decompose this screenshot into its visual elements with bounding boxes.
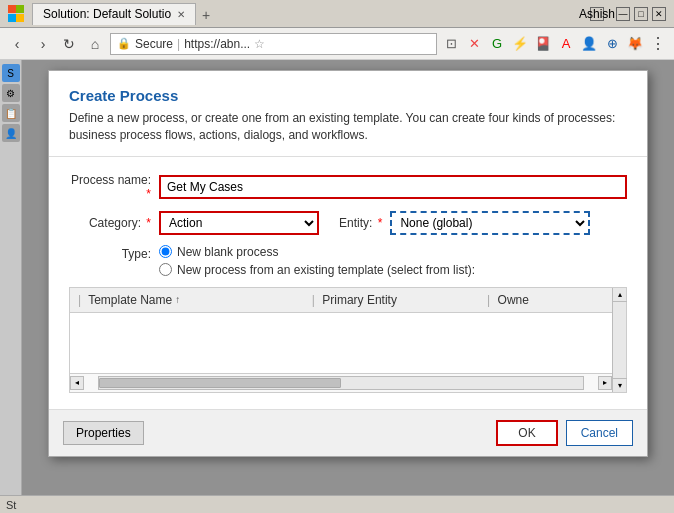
toolbar-icon-9[interactable]: 🦊 <box>625 34 645 54</box>
tab-close-btn[interactable]: ✕ <box>177 9 185 20</box>
type-label: Type: <box>69 245 159 261</box>
radio-from-template[interactable]: New process from an existing template (s… <box>159 263 475 277</box>
col-header-template: | Template Name ↑ <box>78 293 312 307</box>
sidebar-icon-4[interactable]: 👤 <box>2 124 20 142</box>
status-bar: St <box>0 495 674 513</box>
tab-label: Solution: Default Solutio <box>43 7 171 21</box>
sidebar-icon-1[interactable]: S <box>2 64 20 82</box>
cancel-button[interactable]: Cancel <box>566 420 633 446</box>
primary-col-divider: | <box>312 293 315 307</box>
category-select[interactable]: Action <box>159 211 319 235</box>
required-star-1: * <box>146 187 151 201</box>
status-text: St <box>6 499 16 511</box>
scroll-right-button[interactable]: ▸ <box>598 376 612 390</box>
browser-tab[interactable]: Solution: Default Solutio ✕ <box>32 3 196 25</box>
secure-label: Secure <box>135 37 173 51</box>
title-bar: Solution: Default Solutio ✕ + Ashish — □… <box>0 0 674 28</box>
toolbar-icon-3[interactable]: G <box>487 34 507 54</box>
owner-col-divider: | <box>487 293 490 307</box>
required-star-3: * <box>378 216 383 230</box>
dialog-action-buttons: OK Cancel <box>496 420 633 446</box>
new-tab-button[interactable]: + <box>196 5 216 25</box>
col-header-owner: | Owne <box>487 293 604 307</box>
h-scrollbar[interactable] <box>98 376 584 390</box>
sort-icon[interactable]: ↑ <box>175 294 180 305</box>
ms-logo <box>8 5 26 23</box>
sidebar-icon-3[interactable]: 📋 <box>2 104 20 122</box>
required-star-2: * <box>146 216 151 230</box>
address-bar: 🔒 Secure | https://abn... ☆ <box>110 33 437 55</box>
address-divider: | <box>177 37 180 51</box>
dialog-title: Create Process <box>69 87 627 104</box>
browser-menu-button[interactable]: ⋮ <box>648 34 668 53</box>
tab-area: Solution: Default Solutio ✕ + <box>32 3 216 25</box>
dialog-header: Create Process Define a new process, or … <box>49 71 647 157</box>
user-label: Ashish <box>590 7 604 21</box>
minimize-button[interactable]: — <box>616 7 630 21</box>
category-label: Category: * <box>69 216 159 230</box>
toolbar-icons: ⊡ ✕ G ⚡ 🎴 A 👤 ⊕ 🦊 ⋮ <box>441 34 668 54</box>
toolbar-icon-7[interactable]: 👤 <box>579 34 599 54</box>
col-header-primary: | Primary Entity <box>312 293 487 307</box>
title-bar-left: Solution: Default Solutio ✕ + <box>8 3 216 25</box>
lock-icon: 🔒 <box>117 37 131 50</box>
toolbar-icon-2[interactable]: ✕ <box>464 34 484 54</box>
category-entity-row: Category: * Action Entity: * None (globa… <box>69 211 627 235</box>
properties-button[interactable]: Properties <box>63 421 144 445</box>
table-header: | Template Name ↑ | Primary Entity | <box>70 288 612 313</box>
table-scroll-wrapper: | Template Name ↑ | Primary Entity | <box>70 288 626 392</box>
entity-select[interactable]: None (global) <box>390 211 590 235</box>
browser-toolbar: ‹ › ↻ ⌂ 🔒 Secure | https://abn... ☆ ⊡ ✕ … <box>0 28 674 60</box>
window-controls: Ashish — □ ✕ <box>590 7 666 21</box>
toolbar-icon-1[interactable]: ⊡ <box>441 34 461 54</box>
radio-new-blank-input[interactable] <box>159 245 172 258</box>
process-name-input[interactable] <box>159 175 627 199</box>
address-text[interactable]: https://abn... <box>184 37 250 51</box>
radio-from-template-label: New process from an existing template (s… <box>177 263 475 277</box>
left-sidebar: S ⚙ 📋 👤 <box>0 60 22 513</box>
process-name-row: Process name: * <box>69 173 627 201</box>
template-table: | Template Name ↑ | Primary Entity | <box>69 287 627 393</box>
scroll-down-button[interactable]: ▾ <box>613 378 627 392</box>
dialog-footer: Properties OK Cancel <box>49 409 647 456</box>
table-body <box>70 313 612 373</box>
type-row: Type: New blank process New process from… <box>69 245 627 277</box>
process-name-label: Process name: * <box>69 173 159 201</box>
back-button[interactable]: ‹ <box>6 33 28 55</box>
close-button[interactable]: ✕ <box>652 7 666 21</box>
v-scrollbar: ▴ ▾ <box>612 288 626 392</box>
table-scroll-inner: | Template Name ↑ | Primary Entity | <box>70 288 612 392</box>
sidebar-icon-2[interactable]: ⚙ <box>2 84 20 102</box>
h-scrollbar-container: ◂ ▸ <box>70 373 612 392</box>
create-process-dialog: Create Process Define a new process, or … <box>48 70 648 457</box>
bookmark-icon[interactable]: ☆ <box>254 37 265 51</box>
dialog-description: Define a new process, or create one from… <box>69 110 627 144</box>
radio-new-blank[interactable]: New blank process <box>159 245 475 259</box>
home-button[interactable]: ⌂ <box>84 33 106 55</box>
toolbar-icon-5[interactable]: 🎴 <box>533 34 553 54</box>
radio-from-template-input[interactable] <box>159 263 172 276</box>
type-radio-group: New blank process New process from an ex… <box>159 245 475 277</box>
h-scrollbar-thumb[interactable] <box>99 378 341 388</box>
toolbar-icon-4[interactable]: ⚡ <box>510 34 530 54</box>
scroll-left-button[interactable]: ◂ <box>70 376 84 390</box>
dialog-body: Process name: * Category: * Action <box>49 157 647 409</box>
toolbar-icon-6[interactable]: A <box>556 34 576 54</box>
refresh-button[interactable]: ↻ <box>58 33 80 55</box>
scroll-up-button[interactable]: ▴ <box>613 288 627 302</box>
entity-label: Entity: * <box>339 216 382 230</box>
radio-new-blank-label: New blank process <box>177 245 278 259</box>
toolbar-icon-8[interactable]: ⊕ <box>602 34 622 54</box>
ok-button[interactable]: OK <box>496 420 557 446</box>
browser-content: S ⚙ 📋 👤 Create Process Define a new proc… <box>0 60 674 513</box>
restore-button[interactable]: □ <box>634 7 648 21</box>
template-col-divider: | <box>78 293 81 307</box>
forward-button[interactable]: › <box>32 33 54 55</box>
dialog-overlay: Create Process Define a new process, or … <box>22 60 674 513</box>
